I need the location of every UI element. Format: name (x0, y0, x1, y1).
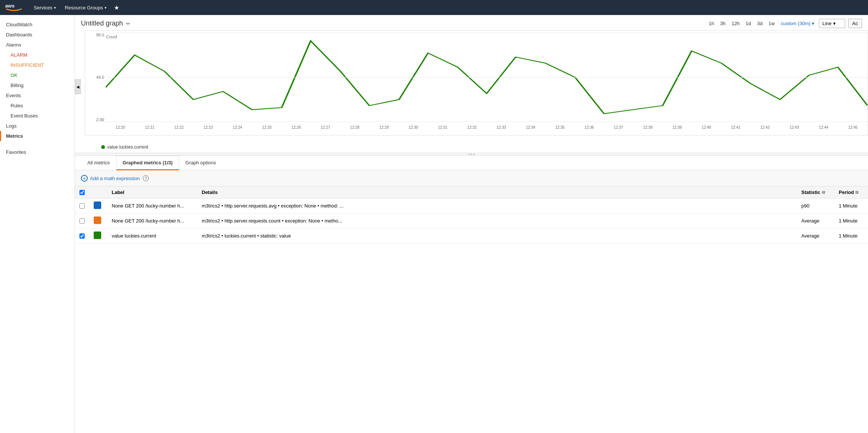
row-details-1: m3trics2 • http.server.requests.count • … (197, 213, 797, 229)
x-label: 12:35 (545, 125, 575, 129)
time-3d[interactable]: 3d (756, 20, 764, 27)
row-color-cell (89, 213, 107, 229)
row-period-0: 1 Minute (834, 198, 868, 213)
col-header-details: Details (197, 186, 797, 198)
services-chevron: ▾ (54, 6, 56, 10)
grid-line-bottom (106, 122, 868, 122)
row-color-cell (89, 229, 107, 244)
sidebar-item-ok[interactable]: OK (0, 70, 75, 80)
graph-header: Untitled graph ✏ 1h 3h 12h 1d 3d 1w cust… (75, 15, 868, 30)
x-axis: 12:20 12:21 12:22 12:23 12:24 12:25 12:2… (106, 124, 868, 135)
sidebar-item-event-buses[interactable]: Event Buses (0, 111, 75, 121)
time-1w[interactable]: 1w (767, 20, 777, 27)
sidebar-item-events[interactable]: Events (0, 90, 75, 101)
time-1h[interactable]: 1h (707, 20, 715, 27)
row-checkbox-1[interactable] (79, 218, 85, 224)
services-label: Services (34, 5, 52, 11)
chart-type-dropdown[interactable]: Line ▾ (819, 19, 845, 28)
time-12h[interactable]: 12h (730, 20, 741, 27)
table-row: value luckies.current m3trics2 • luckies… (75, 229, 868, 244)
actions-button[interactable]: Ac (848, 19, 862, 28)
help-icon[interactable]: ? (143, 175, 149, 181)
main-content: Untitled graph ✏ 1h 3h 12h 1d 3d 1w cust… (75, 15, 868, 433)
aws-logo[interactable]: aws (4, 2, 23, 13)
x-label: 12:37 (604, 125, 633, 129)
sidebar-item-cloudwatch[interactable]: CloudWatch (0, 20, 75, 30)
legend-dot (101, 145, 105, 149)
col-header-label: Label (107, 186, 197, 198)
x-label: 12:26 (281, 125, 311, 129)
row-statistic-2: Average (797, 229, 834, 244)
y-label-mid: 49.0 (87, 75, 104, 80)
grid-line-mid (106, 77, 868, 78)
row-checkbox-cell (75, 229, 89, 244)
col-header-color (89, 186, 107, 198)
top-navigation: aws Services ▾ Resource Groups ▾ ★ (0, 0, 868, 15)
x-label: 12:40 (692, 125, 721, 129)
row-period-1: 1 Minute (834, 213, 868, 229)
x-label: 12:41 (721, 125, 750, 129)
row-details-0: m3trics2 • http.server.requests.avg • ex… (197, 198, 797, 213)
graph-title: Untitled graph (81, 20, 123, 27)
x-label: 12:23 (194, 125, 223, 129)
chart-legend: value luckies.current (75, 143, 868, 153)
period-sort-icon[interactable]: ⊟ (855, 190, 858, 194)
x-label: 12:43 (780, 125, 809, 129)
sidebar-item-rules[interactable]: Rules (0, 101, 75, 111)
tab-all-metrics[interactable]: All metrics (81, 156, 116, 170)
time-3h[interactable]: 3h (718, 20, 727, 27)
grid-line-top (106, 33, 868, 33)
tab-graph-options[interactable]: Graph options (179, 156, 223, 170)
x-label: 12:21 (135, 125, 164, 129)
plus-circle-icon: + (81, 175, 88, 182)
legend-label: value luckies.current (107, 144, 148, 150)
row-color-cell (89, 198, 107, 213)
favorites-star-icon[interactable]: ★ (111, 4, 122, 11)
col-header-checkbox (75, 186, 89, 198)
services-nav-item[interactable]: Services ▾ (29, 0, 60, 15)
resource-groups-nav-item[interactable]: Resource Groups ▾ (60, 0, 111, 15)
x-label: 12:30 (399, 125, 428, 129)
y-axis: 96.0 49.0 2.00 (85, 31, 106, 124)
sidebar-item-metrics[interactable]: Metrics (0, 131, 75, 141)
sidebar-item-alarm[interactable]: ALARM (0, 50, 75, 60)
row-checkbox-2[interactable] (79, 233, 85, 239)
y-label-bottom: 2.00 (87, 117, 104, 122)
tab-graphed-metrics[interactable]: Graphed metrics (1/3) (116, 156, 179, 170)
select-all-checkbox[interactable] (79, 190, 85, 195)
x-label: 12:42 (750, 125, 780, 129)
time-custom[interactable]: custom (30m) ▾ (779, 20, 816, 27)
row-details-2: m3trics2 • luckies.current • statistic: … (197, 229, 797, 244)
row-label-1: None GET 200 /lucky-number h... (107, 213, 197, 229)
chart-collapse-button[interactable]: ◀ (75, 79, 81, 94)
color-swatch-1 (94, 216, 101, 224)
row-checkbox-cell (75, 213, 89, 229)
sidebar-item-alarms[interactable]: Alarms (0, 40, 75, 50)
time-1d[interactable]: 1d (744, 20, 753, 27)
sidebar-item-billing[interactable]: Billing (0, 80, 75, 90)
x-label: 12:38 (633, 125, 662, 129)
statistic-sort-icon[interactable]: ⊟ (822, 190, 825, 194)
x-label: 12:31 (428, 125, 457, 129)
x-label: 12:22 (164, 125, 193, 129)
sidebar-item-dashboards[interactable]: Dashboards (0, 30, 75, 40)
x-label: 12:28 (340, 125, 370, 129)
x-label: 12:27 (311, 125, 340, 129)
table-row: None GET 200 /lucky-number h... m3trics2… (75, 213, 868, 229)
sidebar-item-insufficient[interactable]: INSUFFICIENT (0, 60, 75, 70)
sidebar-item-logs[interactable]: Logs (0, 121, 75, 131)
add-expression-row: + Add a math expression ? (75, 170, 868, 186)
add-math-expression-button[interactable]: + Add a math expression (81, 175, 140, 182)
chart-type-chevron: ▾ (833, 21, 836, 26)
col-header-period: Period ⊟ (834, 186, 868, 198)
metrics-table: Label Details Statistic ⊟ (75, 186, 868, 244)
sidebar: CloudWatch Dashboards Alarms ALARM INSUF… (0, 15, 75, 433)
row-checkbox-0[interactable] (79, 203, 85, 209)
sidebar-item-favorites[interactable]: Favorites (0, 147, 75, 157)
tabs-container: All metrics Graphed metrics (1/3) Graph … (75, 156, 868, 170)
edit-icon[interactable]: ✏ (126, 21, 130, 27)
row-period-2: 1 Minute (834, 229, 868, 244)
color-swatch-2 (94, 232, 101, 239)
resize-handle[interactable]: • • • (75, 153, 868, 156)
page-layout: CloudWatch Dashboards Alarms ALARM INSUF… (0, 15, 868, 433)
